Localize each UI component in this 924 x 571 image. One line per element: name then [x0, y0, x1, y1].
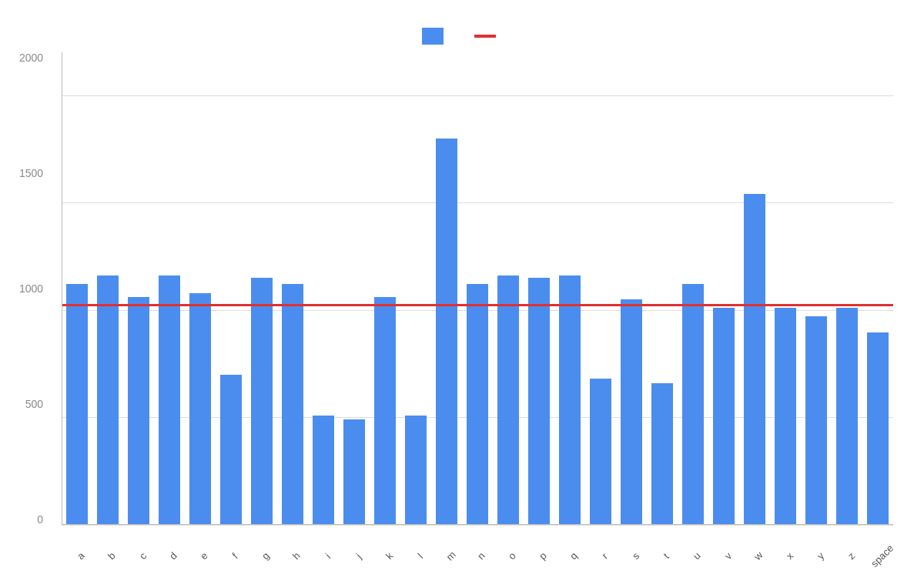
bar-group: x [770, 52, 801, 525]
bar [97, 275, 119, 525]
bar [282, 284, 303, 525]
x-label: r [599, 550, 610, 561]
x-label: v [722, 550, 734, 562]
bar-group: o [493, 52, 524, 525]
bar [744, 194, 765, 525]
y-label: 1500 [19, 168, 43, 179]
y-label: 2000 [19, 52, 43, 63]
x-label: w [752, 549, 765, 563]
x-label: n [475, 549, 487, 562]
bar-group: d [154, 52, 185, 525]
bar-group: c [123, 52, 154, 525]
x-label: e [198, 549, 210, 562]
bar [405, 416, 427, 525]
y-label: 0 [37, 514, 43, 525]
bar [313, 416, 334, 525]
x-label: i [323, 551, 333, 561]
y-label: 1000 [19, 283, 43, 294]
bar-group: l [400, 52, 431, 525]
bar-group: k [370, 52, 400, 525]
bar [497, 275, 519, 525]
x-label: h [290, 549, 303, 562]
x-label: x [784, 550, 795, 562]
bar-group: h [277, 52, 308, 525]
bar-group: s [616, 52, 647, 525]
bar-group: u [678, 52, 708, 525]
legend-bar-item [422, 28, 450, 45]
bar-group: z [832, 52, 862, 525]
x-label: g [259, 549, 272, 562]
bar [436, 139, 457, 525]
bar [467, 284, 488, 525]
bar [805, 316, 827, 525]
bar-group: space [862, 52, 893, 525]
x-label: f [230, 551, 240, 561]
legend-line-item [474, 35, 502, 38]
y-label: 500 [25, 399, 43, 409]
left-axis [62, 52, 62, 525]
bar-group: p [524, 52, 554, 525]
bar-group: g [246, 52, 277, 525]
bar-group: b [92, 52, 123, 525]
bar [189, 293, 211, 525]
bar [682, 284, 704, 525]
x-label: y [815, 550, 826, 562]
bar-group: i [308, 52, 339, 525]
x-label: b [105, 549, 118, 562]
bar [621, 299, 642, 525]
x-label: a [75, 549, 87, 562]
bar [251, 278, 273, 525]
bar-group: y [801, 52, 832, 525]
x-label: q [567, 549, 580, 562]
bar-group: m [431, 52, 462, 525]
bar-group: n [462, 52, 493, 525]
bar [528, 278, 550, 525]
bar-group: t [647, 52, 678, 525]
bar-group: e [185, 52, 216, 525]
grid-line [62, 525, 893, 526]
bar [559, 275, 581, 525]
x-label: u [691, 549, 703, 562]
x-label: space [869, 543, 896, 569]
average-line [62, 304, 893, 306]
bottom-axis [62, 524, 893, 525]
line-legend-icon [474, 35, 496, 38]
bar [159, 275, 180, 525]
bar [713, 308, 735, 525]
x-label: t [661, 551, 671, 561]
x-label: z [845, 550, 857, 562]
x-label: m [444, 549, 457, 563]
bar-group: f [216, 52, 246, 525]
x-label: l [415, 551, 425, 561]
x-label: d [167, 549, 179, 562]
bar [590, 379, 611, 525]
bar [867, 332, 889, 525]
bar [66, 284, 88, 525]
bar-group: a [62, 52, 92, 525]
y-labels: 2000150010005000 [19, 52, 43, 525]
bars-container: abcdefghijklmnopqrstuvwxyzspace [62, 52, 893, 525]
bar-group: q [554, 52, 585, 525]
bar [374, 297, 396, 525]
x-label: j [353, 551, 363, 561]
bar-group: w [739, 52, 770, 525]
x-label: c [137, 550, 149, 562]
chart-area: 2000150010005000 abcdefghijklmnopqrstuvw… [15, 52, 909, 571]
bar-group: v [708, 52, 739, 525]
bar-group: r [585, 52, 616, 525]
bar [836, 308, 858, 525]
bar-legend-icon [422, 28, 444, 45]
x-label: p [537, 549, 549, 562]
x-label: k [383, 550, 395, 562]
bar [220, 375, 242, 525]
chart-inner: 2000150010005000 abcdefghijklmnopqrstuvw… [62, 52, 893, 525]
bar [343, 419, 365, 525]
bar [775, 308, 796, 525]
x-label: o [506, 549, 518, 562]
x-label: s [630, 550, 641, 562]
bar [651, 383, 673, 525]
bar-group: j [339, 52, 370, 525]
chart-legend [422, 28, 502, 45]
bar [128, 297, 149, 525]
